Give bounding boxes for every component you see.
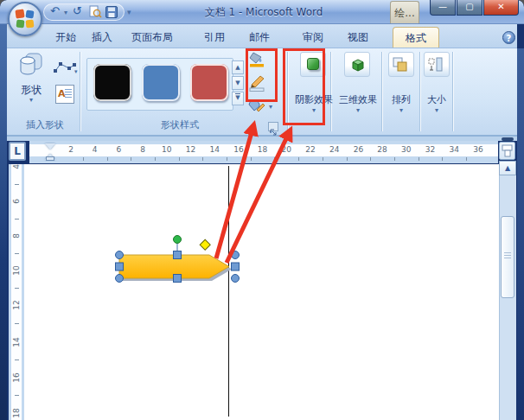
v-ruler-tick xyxy=(15,323,19,324)
scrollbar-thumb-grip xyxy=(504,252,511,258)
h-ruler-number: 30 xyxy=(401,145,411,154)
h-ruler-tick xyxy=(323,157,323,161)
shape-style-swatch-3[interactable] xyxy=(190,64,228,101)
tab-页面布局[interactable]: 页面布局 xyxy=(121,27,183,48)
h-ruler-number: 18 xyxy=(258,145,267,154)
h-ruler-tick xyxy=(131,157,131,161)
gallery-up-icon[interactable]: ▲ xyxy=(232,60,244,74)
size-dropdown-icon: ▾ xyxy=(421,107,452,114)
shape-style-swatch-2[interactable] xyxy=(142,64,180,101)
h-ruler-number: 36 xyxy=(473,145,482,154)
h-ruler-tick xyxy=(155,157,156,161)
office-logo-icon xyxy=(16,10,35,29)
tab-视图[interactable]: 视图 xyxy=(339,27,377,48)
left-indent-marker[interactable] xyxy=(46,156,54,161)
h-ruler-number: 32 xyxy=(425,145,435,154)
svg-text:▾: ▾ xyxy=(74,68,78,75)
v-ruler-number: 6 xyxy=(12,199,21,204)
v-ruler-number: 12 xyxy=(12,300,21,309)
tab-邮件[interactable]: 邮件 xyxy=(240,27,278,48)
v-ruler-number: 14 xyxy=(12,337,21,347)
edit-points-icon: ▾ xyxy=(52,60,78,76)
h-ruler-tick xyxy=(466,157,467,161)
tab-审阅[interactable]: 审阅 xyxy=(294,27,332,48)
group-label-shape-styles: 形状样式 xyxy=(145,118,214,131)
group-label-insert-shapes: 插入形状 xyxy=(17,118,73,131)
split-handle[interactable] xyxy=(502,137,514,141)
ribbon-tab-row: 开始插入页面布局引用邮件审阅视图格式 xyxy=(7,24,517,48)
h-ruler-number: 16 xyxy=(233,145,243,154)
view-ruler-toggle-button[interactable] xyxy=(499,142,515,160)
h-ruler-tick xyxy=(83,157,84,161)
save-icon[interactable] xyxy=(105,5,118,22)
horizontal-ruler[interactable]: 24681012141618202224262830323436 xyxy=(29,141,498,163)
tab-开始[interactable]: 开始 xyxy=(47,27,85,48)
ruler-toggle-icon xyxy=(500,143,514,159)
close-button[interactable]: ✕ xyxy=(483,0,519,16)
scroll-up-icon[interactable]: ▲ xyxy=(499,161,516,175)
shape-styles-dialog-launcher[interactable] xyxy=(268,122,278,131)
v-ruler-tick xyxy=(15,360,19,360)
h-ruler-number: 8 xyxy=(140,145,145,154)
v-ruler-number: 16 xyxy=(12,372,21,382)
print-preview-icon[interactable] xyxy=(89,5,102,22)
undo-icon[interactable]: ↶ xyxy=(50,3,60,19)
gallery-more-icon[interactable]: ▼ xyxy=(232,92,244,105)
v-ruler-number: 10 xyxy=(12,265,21,275)
restore-button[interactable]: ▢ xyxy=(457,0,482,16)
word-window: 文档 1 - Microsoft Word 绘... ↶ ▾ ↺ ▾ — ▢ ✕… xyxy=(0,0,524,420)
h-ruler-number: 12 xyxy=(186,145,195,154)
arrange-button[interactable]: 排列 ▾ xyxy=(385,50,418,119)
edit-points-button[interactable]: ▾ xyxy=(52,60,78,80)
h-ruler-number: 20 xyxy=(282,145,291,154)
size-icon xyxy=(428,57,444,76)
tab-插入[interactable]: 插入 xyxy=(83,27,121,48)
shapes-dropdown-icon: ▾ xyxy=(12,97,50,104)
arrange-label: 排列 xyxy=(385,93,418,106)
h-ruler-tick xyxy=(298,157,299,161)
tab-stop-selector[interactable]: L xyxy=(9,142,26,161)
h-ruler-number: 22 xyxy=(305,145,315,154)
help-icon[interactable]: ? xyxy=(502,31,515,44)
document-page[interactable] xyxy=(24,164,499,420)
h-ruler-tick xyxy=(202,157,203,161)
gallery-down-icon[interactable]: ▼ xyxy=(232,76,244,90)
tab-格式[interactable]: 格式 xyxy=(393,27,439,48)
shapes-icon xyxy=(17,52,45,81)
annotation-box-shadow-effects xyxy=(283,48,325,125)
three-d-effects-button[interactable]: 三维效果 ▾ xyxy=(336,50,380,119)
office-button[interactable] xyxy=(8,2,42,36)
h-ruler-tick xyxy=(394,157,395,161)
size-button[interactable]: 大小 ▾ xyxy=(421,50,452,119)
h-ruler-tick xyxy=(347,157,348,161)
shapes-button[interactable]: 形状 ▾ xyxy=(12,52,50,109)
h-ruler-number: 2 xyxy=(68,145,73,154)
h-ruler-number: 4 xyxy=(93,145,98,154)
arrange-icon xyxy=(393,57,408,76)
shape-styles-gallery xyxy=(86,58,233,111)
tab-引用[interactable]: 引用 xyxy=(195,27,233,48)
v-ruler-tick xyxy=(15,288,19,289)
vertical-ruler[interactable]: 4681012141618 xyxy=(9,164,24,420)
v-ruler-tick xyxy=(15,184,19,185)
qat-customize-icon[interactable]: ▾ xyxy=(127,9,131,16)
window-border-left xyxy=(0,24,7,420)
v-ruler-tick xyxy=(15,219,19,220)
h-ruler-number: 14 xyxy=(209,145,219,154)
contextual-tab-group-label[interactable]: 绘... xyxy=(390,1,419,23)
h-ruler-tick xyxy=(419,157,419,161)
h-ruler-number: 34 xyxy=(449,145,458,154)
redo-icon[interactable]: ↺ xyxy=(73,3,82,19)
text-box-button[interactable]: A xyxy=(55,85,74,104)
v-ruler-number: 8 xyxy=(12,233,21,239)
v-ruler-number: 4 xyxy=(12,164,21,169)
minimize-button[interactable]: — xyxy=(430,0,456,16)
arrange-dropdown-icon: ▾ xyxy=(385,107,418,114)
three-d-effects-label: 三维效果 xyxy=(336,93,380,106)
h-ruler-tick xyxy=(227,157,227,161)
v-ruler-number: 18 xyxy=(12,408,21,417)
shape-style-swatch-1[interactable] xyxy=(93,64,131,101)
v-ruler-tick xyxy=(15,253,19,254)
shape-fill-dropdown-icon[interactable]: ▾ xyxy=(269,104,272,111)
undo-dropdown-icon[interactable]: ▾ xyxy=(64,10,67,16)
